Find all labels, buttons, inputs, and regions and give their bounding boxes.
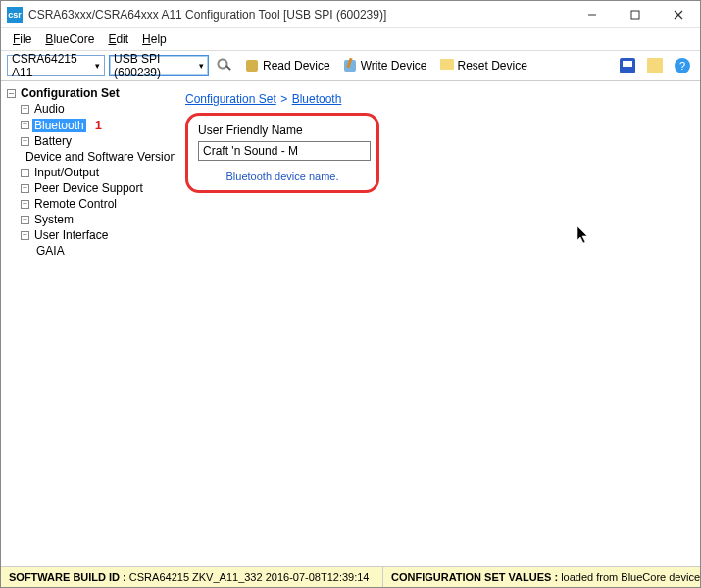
friendly-name-input[interactable] <box>198 141 371 161</box>
read-device-button[interactable]: Read Device <box>240 56 334 75</box>
chevron-down-icon: ▾ <box>199 61 204 71</box>
tree-item-audio[interactable]: +Audio <box>17 101 173 117</box>
tree-item-device-and-software-version[interactable]: Device and Software Version <box>17 149 173 165</box>
tree-item-input-output[interactable]: +Input/Output <box>17 165 173 180</box>
open-icon <box>647 58 663 74</box>
minimize-button[interactable] <box>571 1 614 27</box>
tree-root-label: Configuration Set <box>19 86 122 100</box>
content-panel: Configuration Set > Bluetooth User Frien… <box>175 81 700 566</box>
device-select[interactable]: CSRA64215 A11 ▾ <box>7 55 105 76</box>
menu-bluecore[interactable]: BlueCore <box>39 30 100 48</box>
transport-select-value: USB SPI (600239) <box>114 52 193 79</box>
expand-icon[interactable]: + <box>21 105 29 114</box>
expand-icon[interactable]: + <box>21 216 29 224</box>
menu-file[interactable]: File <box>7 30 37 48</box>
cursor-icon <box>577 226 589 247</box>
expand-icon[interactable]: + <box>21 200 29 209</box>
status-right-label: CONFIGURATION SET VALUES : <box>391 571 558 583</box>
write-device-label: Write Device <box>361 59 427 73</box>
write-device-button[interactable]: Write Device <box>338 56 431 75</box>
read-device-label: Read Device <box>263 59 330 73</box>
status-left: SOFTWARE BUILD ID : CSRA64215 ZKV_A11_33… <box>1 567 383 587</box>
tree-panel: – Configuration Set +Audio+Bluetooth1+Ba… <box>1 81 175 566</box>
tree-item-label: Remote Control <box>32 197 119 211</box>
tree-item-remote-control[interactable]: +Remote Control <box>17 196 173 212</box>
help-button[interactable]: ? <box>671 56 694 75</box>
tree-item-label: Input/Output <box>32 166 101 179</box>
menu-edit[interactable]: Edit <box>102 30 134 48</box>
tree-item-user-interface[interactable]: +User Interface <box>17 227 173 243</box>
tree-item-battery[interactable]: +Battery <box>17 133 173 149</box>
menu-help[interactable]: Help <box>136 30 173 48</box>
expand-icon[interactable]: + <box>21 231 29 240</box>
window-title: CSRA63xxx/CSRA64xxx A11 Configuration To… <box>28 8 571 22</box>
highlight-box: User Friendly Name Bluetooth device name… <box>185 113 379 193</box>
breadcrumb: Configuration Set > Bluetooth <box>185 89 690 107</box>
reset-device-label: Reset Device <box>458 59 527 73</box>
menubar: File BlueCore Edit Help <box>1 28 700 51</box>
reset-device-button[interactable]: Reset Device <box>435 56 531 75</box>
status-left-label: SOFTWARE BUILD ID : <box>9 571 126 583</box>
close-button[interactable] <box>657 1 700 27</box>
expand-icon[interactable]: + <box>21 169 29 177</box>
field-hint: Bluetooth device name. <box>198 171 367 182</box>
read-device-icon <box>244 58 260 74</box>
status-left-value: CSRA64215 ZKV_A11_332 2016-07-08T12:39:1… <box>129 571 370 583</box>
tree-item-label: Device and Software Version <box>24 150 175 164</box>
app-icon: csr <box>7 7 23 23</box>
toolbar: CSRA64215 A11 ▾ USB SPI (600239) ▾ Read … <box>1 51 700 81</box>
breadcrumb-sep: > <box>280 92 287 106</box>
transport-search-button[interactable] <box>213 56 236 75</box>
save-icon <box>620 58 635 74</box>
write-device-icon <box>342 58 358 74</box>
tree-item-bluetooth[interactable]: +Bluetooth1 <box>17 117 173 133</box>
status-right-value: loaded from BlueCore device <box>561 571 700 583</box>
tree-root[interactable]: – Configuration Set <box>3 85 173 101</box>
expand-icon[interactable]: + <box>21 137 29 146</box>
tree-item-system[interactable]: +System <box>17 212 173 227</box>
tree-item-label: Battery <box>32 134 74 148</box>
reset-device-icon <box>439 58 455 74</box>
device-select-value: CSRA64215 A11 <box>12 52 89 79</box>
help-icon: ? <box>675 58 690 74</box>
titlebar: csr CSRA63xxx/CSRA64xxx A11 Configuratio… <box>1 1 700 28</box>
expand-icon[interactable]: + <box>21 121 29 129</box>
svg-rect-1 <box>631 11 639 19</box>
tree-item-label: Bluetooth <box>32 119 86 132</box>
transport-select[interactable]: USB SPI (600239) ▾ <box>109 55 209 76</box>
expand-icon[interactable]: + <box>21 184 29 193</box>
tree-item-label: Audio <box>32 102 67 116</box>
chevron-down-icon: ▾ <box>95 61 100 71</box>
main-body: – Configuration Set +Audio+Bluetooth1+Ba… <box>1 81 700 566</box>
breadcrumb-leaf[interactable]: Bluetooth <box>292 92 342 106</box>
callout-number: 1 <box>95 118 102 132</box>
tree-item-gaia[interactable]: GAIA <box>17 243 173 259</box>
window-controls <box>571 1 700 27</box>
tree-item-label: GAIA <box>34 244 67 258</box>
statusbar: SOFTWARE BUILD ID : CSRA64215 ZKV_A11_33… <box>1 566 700 587</box>
tree-item-peer-device-support[interactable]: +Peer Device Support <box>17 180 173 196</box>
tree-item-label: User Interface <box>32 228 110 242</box>
search-icon <box>217 58 232 74</box>
maximize-button[interactable] <box>614 1 657 27</box>
save-button[interactable] <box>616 56 639 75</box>
tree-item-label: System <box>32 213 75 226</box>
field-label: User Friendly Name <box>198 123 367 137</box>
tree-item-label: Peer Device Support <box>32 181 145 195</box>
breadcrumb-root[interactable]: Configuration Set <box>185 92 276 106</box>
open-button[interactable] <box>643 56 667 75</box>
status-right: CONFIGURATION SET VALUES : loaded from B… <box>383 567 700 587</box>
collapse-icon[interactable]: – <box>7 89 16 98</box>
